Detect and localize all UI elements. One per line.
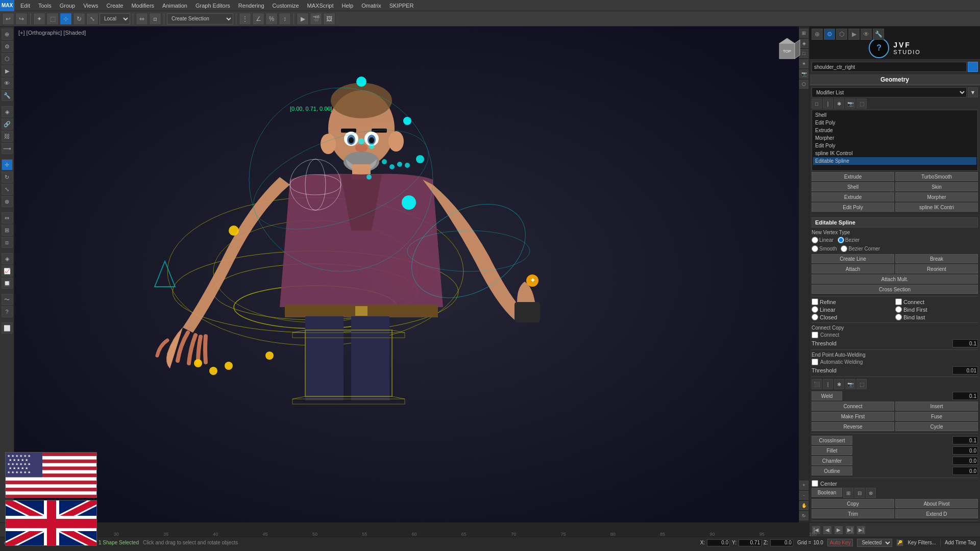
bind-first-radio[interactable]	[895, 306, 902, 313]
modify-panel-btn[interactable]: ⚙	[2, 41, 13, 52]
undo-button[interactable]: ↩	[2, 13, 14, 25]
shell-btn[interactable]: Shell	[812, 182, 894, 191]
help-lt-btn[interactable]: ?	[2, 306, 13, 317]
create-line-btn[interactable]: Create Line	[812, 254, 894, 263]
threshold-input[interactable]	[952, 339, 978, 347]
motion-panel-btn[interactable]: ▶	[2, 65, 13, 77]
mod-edit-poly-1[interactable]: Edit Poly	[813, 119, 976, 127]
mirror-lt-btn[interactable]: ⇔	[2, 212, 13, 223]
prev-frame-btn[interactable]: ◀	[823, 525, 832, 535]
weld-icon-3[interactable]: ✱	[834, 379, 844, 389]
skin-btn[interactable]: Skin	[895, 182, 978, 191]
fillet-btn[interactable]: Fillet	[812, 446, 852, 455]
vp-zoom-out[interactable]: -	[799, 491, 808, 500]
hierarchy-panel-btn[interactable]: ⬡	[2, 53, 13, 64]
panel-tab-display[interactable]: 👁	[861, 29, 872, 40]
add-time-tag-btn[interactable]: Add Time Tag	[945, 540, 976, 545]
cycle-btn[interactable]: Cycle	[895, 422, 978, 431]
extend-btn[interactable]: Extend D	[895, 509, 978, 518]
weld-icon-5[interactable]: ⬚	[856, 379, 867, 389]
render-lt-btn[interactable]: ⬜	[2, 322, 13, 334]
key-filters-btn[interactable]: Key Filters...	[908, 540, 936, 545]
center-checkbox[interactable]	[812, 480, 818, 487]
x-input[interactable]	[707, 539, 730, 546]
z-input[interactable]	[770, 539, 793, 546]
next-frame-btn[interactable]: ▶|	[845, 525, 854, 535]
panel-tab-utility[interactable]: 🔧	[873, 29, 884, 40]
mod-icon-4[interactable]: 📷	[845, 98, 855, 109]
color-swatch[interactable]	[968, 62, 978, 72]
menu-graph-editors[interactable]: Graph Editors	[191, 0, 234, 11]
redo-button[interactable]: ↪	[15, 13, 28, 25]
turbosmooth-btn[interactable]: TurboSmooth	[895, 172, 978, 181]
closed-radio[interactable]	[812, 314, 818, 320]
menu-skipper[interactable]: SKIPPER	[385, 0, 418, 11]
copy3-btn[interactable]: Copy	[812, 499, 894, 508]
auto-weld-checkbox[interactable]	[812, 359, 818, 365]
menu-create[interactable]: Create	[102, 0, 127, 11]
bool-icon-2[interactable]: ⊟	[854, 488, 865, 498]
fillet-input[interactable]	[952, 446, 978, 455]
menu-customize[interactable]: Customize	[268, 0, 303, 11]
break-btn[interactable]: Break	[895, 254, 978, 263]
menu-omatrix[interactable]: Omatrix	[357, 0, 385, 11]
make-first-btn[interactable]: Make First	[812, 412, 894, 421]
curve-editor-btn[interactable]: 📈	[2, 265, 13, 277]
edit-poly-btn[interactable]: Edit Poly	[812, 203, 894, 212]
viewport-cube[interactable]: TOP	[769, 31, 805, 66]
mirror-button[interactable]: ⇔	[136, 13, 148, 25]
morpher-btn[interactable]: Morpher	[895, 192, 978, 202]
menu-tools[interactable]: Tools	[34, 0, 56, 11]
radio-bezier-corner[interactable]: Bezier Corner	[841, 245, 880, 252]
mod-morpher[interactable]: Morpher	[813, 134, 976, 142]
mod-edit-poly-2[interactable]: Edit Poly	[813, 142, 976, 149]
mod-shell[interactable]: Shell	[813, 111, 976, 119]
mod-icon-5[interactable]: ⬚	[856, 98, 867, 109]
render-to-texture[interactable]: 🖼	[323, 13, 335, 25]
vp-orbit[interactable]: ↻	[799, 511, 808, 520]
bind-space-warp[interactable]: ⟿	[2, 143, 13, 154]
percent-snap[interactable]: %	[265, 13, 278, 25]
insert-btn[interactable]: Insert	[895, 402, 978, 411]
reorient-btn[interactable]: Reorient	[895, 264, 978, 273]
weld-input[interactable]	[952, 392, 978, 400]
menu-modifiers[interactable]: Modifiers	[127, 0, 158, 11]
fuse-btn[interactable]: Fuse	[895, 412, 978, 421]
bool-icon-1[interactable]: ⊞	[843, 488, 853, 498]
trim-btn[interactable]: Trim	[812, 509, 894, 518]
spline-ik-btn[interactable]: spline IK Contri	[895, 203, 978, 212]
vp-cam[interactable]: 📷	[799, 69, 808, 79]
panel-tab-create[interactable]: ⊕	[812, 29, 823, 40]
rotate-button[interactable]: ↻	[73, 13, 85, 25]
render-scene[interactable]: ▶	[297, 13, 309, 25]
menu-animation[interactable]: Animation	[158, 0, 191, 11]
create-panel-btn[interactable]: ⊕	[2, 29, 13, 40]
menu-rendering[interactable]: Rendering	[234, 0, 268, 11]
crossinsert-input[interactable]	[952, 436, 978, 444]
selected-dropdown[interactable]: Selected	[857, 539, 892, 547]
viewport[interactable]: [+] [Orthographic] [Shaded]	[14, 27, 809, 522]
select-scale-btn[interactable]: ⤡	[2, 184, 13, 195]
modifier-list-options[interactable]: ▼	[968, 87, 978, 97]
move-button[interactable]: ⊹	[60, 13, 72, 25]
reverse-btn[interactable]: Reverse	[812, 422, 894, 431]
mod-icon-3[interactable]: ✱	[834, 98, 844, 109]
mod-extrude[interactable]: Extrude	[813, 127, 976, 134]
material-editor-btn[interactable]: ◈	[2, 253, 13, 264]
mod-editable-spline[interactable]: Editable Spline	[813, 157, 976, 165]
connect-checkbox[interactable]	[895, 298, 902, 305]
boolean-btn[interactable]: Boolean	[812, 488, 842, 497]
align-button[interactable]: ⧈	[149, 13, 161, 25]
crossinsert-btn[interactable]: CrossInsert	[812, 436, 852, 445]
extrude2-btn[interactable]: Extrude	[812, 192, 894, 202]
panel-tab-motion[interactable]: ▶	[848, 29, 860, 40]
radio-linear[interactable]: Linear	[812, 237, 834, 243]
modifier-dropdown[interactable]: Modifier List	[812, 87, 967, 97]
linear-radio[interactable]	[812, 306, 818, 313]
panel-tab-modify[interactable]: ⚙	[824, 29, 835, 40]
about-pivot-btn[interactable]: About Pivot	[895, 499, 978, 508]
radio-bezier[interactable]: Bezier	[838, 237, 860, 243]
bind-last-radio[interactable]	[895, 314, 902, 320]
menu-maxscript[interactable]: MAXScript	[303, 0, 338, 11]
select-button[interactable]: ✦	[33, 13, 45, 25]
